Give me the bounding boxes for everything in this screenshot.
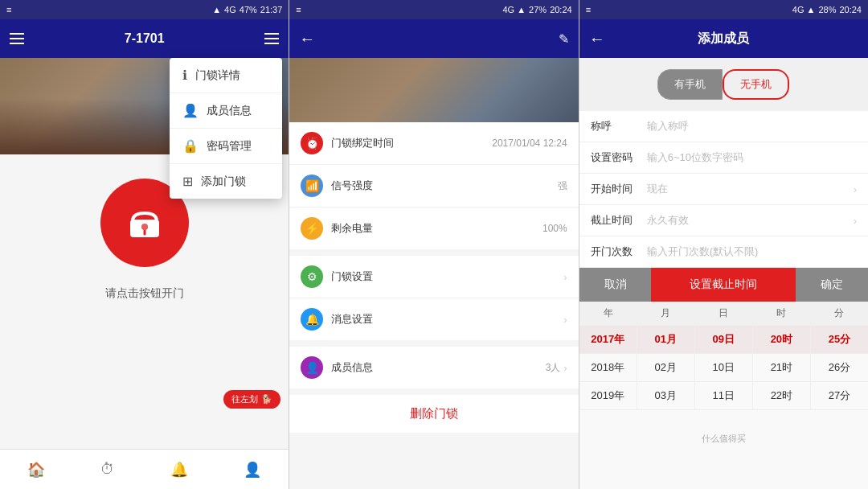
status-right-1: ▲ 4G 47% 21:37 xyxy=(212,5,282,14)
password-icon: 🔒 xyxy=(182,138,199,154)
picker-row-2[interactable]: 2019年 03月 11日 22时 27分 xyxy=(579,382,868,410)
info-row-signal: 📶 信号强度 强 xyxy=(289,165,578,208)
info-section-members: 👤 成员信息 3人 › xyxy=(289,347,578,388)
edit-icon-2[interactable]: ✎ xyxy=(559,31,569,47)
clock-icon: ⏱ xyxy=(100,461,115,478)
nav-home[interactable]: 🏠 xyxy=(27,461,45,479)
picker-cell-minute-2: 27分 xyxy=(811,382,868,409)
members-value: 3人 xyxy=(546,361,561,375)
status-left-1: ≡ xyxy=(6,5,11,14)
top-bar-2: ← ✎ xyxy=(289,19,578,58)
dropdown-item-password[interactable]: 🔒 密码管理 xyxy=(170,129,282,164)
info-row-message-settings[interactable]: 🔔 消息设置 › xyxy=(289,298,578,340)
menu-icon-3: ≡ xyxy=(586,5,591,14)
swipe-hint: 往左划 🐕 xyxy=(223,390,280,409)
nav-history[interactable]: ⏱ xyxy=(100,461,115,478)
toggle-no-phone[interactable]: 无手机 xyxy=(723,69,789,100)
toggle-with-phone[interactable]: 有手机 xyxy=(657,69,723,100)
back-arrow-3[interactable]: ← xyxy=(589,30,605,48)
picker-col-minute: 分 xyxy=(810,302,868,325)
dog-icon: 🐕 xyxy=(261,394,272,405)
form-value-door-count[interactable]: 输入开门次数(默认不限) xyxy=(647,244,857,259)
dropdown-label-member: 成员信息 xyxy=(207,104,252,118)
bind-time-label: 门锁绑定时间 xyxy=(331,136,492,150)
picker-col-day: 日 xyxy=(694,302,752,325)
picker-row-1[interactable]: 2018年 02月 10日 21时 26分 xyxy=(579,354,868,382)
time-1: 21:37 xyxy=(260,5,283,14)
info-list: ⏰ 门锁绑定时间 2017/01/04 12:24 📶 信号强度 强 ⚡ 剩余电… xyxy=(289,122,578,489)
message-settings-chevron: › xyxy=(563,314,567,326)
end-time-arrow: › xyxy=(854,215,857,227)
form-value-start-time: 现在 › xyxy=(647,182,857,196)
back-arrow-2[interactable]: ← xyxy=(299,30,315,48)
signal-value: 强 xyxy=(558,179,567,193)
lock-settings-icon: ⚙ xyxy=(301,265,323,288)
cloud-lock-icon xyxy=(121,199,169,247)
member-icon: 👤 xyxy=(182,103,199,118)
dropdown-item-add-lock[interactable]: ⊞ 添加门锁 xyxy=(170,164,282,199)
info-row-members[interactable]: 👤 成员信息 3人 › xyxy=(289,347,578,388)
picker-cell-day-2: 11日 xyxy=(695,382,753,409)
dropdown-menu: ℹ 门锁详情 👤 成员信息 🔒 密码管理 ⊞ 添加门锁 xyxy=(170,58,282,199)
room-title: 7-1701 xyxy=(125,31,165,46)
dropdown-item-member[interactable]: 👤 成员信息 xyxy=(170,93,282,129)
signal-icon-1: 4G xyxy=(224,5,236,14)
watermark: 什么值得买 xyxy=(702,433,746,445)
delete-section[interactable]: 删除门锁 xyxy=(289,395,578,433)
battery-value: 100% xyxy=(542,223,567,234)
nav-notification[interactable]: 🔔 xyxy=(170,461,188,479)
battery-1: 47% xyxy=(240,5,257,14)
battery-label: 剩余电量 xyxy=(331,221,542,236)
toggle-row: 有手机 无手机 xyxy=(657,69,789,100)
delete-lock-label: 删除门锁 xyxy=(410,406,458,420)
form-row-end-time[interactable]: 截止时间 永久有效 › xyxy=(579,205,868,236)
hero-image-2 xyxy=(289,58,578,122)
picker-cell-month-1: 02月 xyxy=(637,354,695,381)
form-value-password[interactable]: 输入6~10位数字密码 xyxy=(647,150,857,165)
picker-cell-month-2: 03月 xyxy=(637,382,695,409)
wifi-icon-1: ▲ xyxy=(212,5,221,14)
picker-section: 年 月 日 时 分 2017年 01月 09日 2 xyxy=(579,302,868,489)
picker-cell-year-0: 2017年 xyxy=(579,326,637,353)
home-icon: 🏠 xyxy=(27,461,45,479)
form-row-start-time[interactable]: 开始时间 现在 › xyxy=(579,174,868,205)
form-row-door-count: 开门次数 输入开门次数(默认不限) xyxy=(579,236,868,268)
picker-cell-minute-0: 25分 xyxy=(811,326,868,353)
panel-3-content: 有手机 无手机 称呼 输入称呼 设置密码 输入6~10位数字密码 开始时间 现在… xyxy=(579,58,868,489)
picker-cell-hour-2: 22时 xyxy=(753,382,811,409)
more-icon[interactable] xyxy=(264,33,279,44)
picker-row-0[interactable]: 2017年 01月 09日 20时 25分 xyxy=(579,326,868,354)
panel-add-member: ≡ 4G ▲ 28% 20:24 ← 添加成员 有手机 无手机 称呼 输入称呼 xyxy=(579,0,868,489)
bind-time-icon: ⏰ xyxy=(301,132,323,154)
panel-lock-info: ≡ 4G ▲ 27% 20:24 ← ✎ ⏰ 门锁绑定时间 2017/01/04… xyxy=(289,0,579,489)
panel-home: ≡ ▲ 4G 47% 21:37 7-1701 xyxy=(0,0,289,489)
info-section-settings: ⚙ 门锁设置 › 🔔 消息设置 › xyxy=(289,256,578,340)
bell-icon: 🔔 xyxy=(170,461,188,479)
bottom-nav-1: 🏠 ⏱ 🔔 👤 xyxy=(0,449,289,489)
hamburger-icon[interactable] xyxy=(10,33,24,44)
status-left-3: ≡ xyxy=(586,5,591,14)
form-row-password: 设置密码 输入6~10位数字密码 xyxy=(579,142,868,174)
cancel-button[interactable]: 取消 xyxy=(579,268,652,302)
set-end-time-button[interactable]: 设置截止时间 xyxy=(651,268,796,302)
dropdown-label-password: 密码管理 xyxy=(207,139,252,154)
status-bar-3: ≡ 4G ▲ 28% 20:24 xyxy=(579,0,868,19)
form-value-name[interactable]: 输入称呼 xyxy=(647,119,857,134)
members-icon: 👤 xyxy=(301,356,323,379)
members-chevron: › xyxy=(563,362,567,374)
picker-col-header-hour: 时 xyxy=(752,302,810,325)
info-row-lock-settings[interactable]: ⚙ 门锁设置 › xyxy=(289,256,578,298)
dropdown-label-detail: 门锁详情 xyxy=(195,68,240,83)
picker-cell-year-2: 2019年 xyxy=(579,382,637,409)
form-label-door-count: 开门次数 xyxy=(591,244,647,259)
form-section: 称呼 输入称呼 设置密码 输入6~10位数字密码 开始时间 现在 › 截止时间 xyxy=(579,111,868,268)
battery-icon-row: ⚡ xyxy=(301,217,323,240)
picker-col-header-year: 年 xyxy=(579,302,637,325)
status-right-3: 4G ▲ 28% 20:24 xyxy=(792,5,862,14)
picker-col-month: 月 xyxy=(637,302,695,325)
menu-icon-2: ≡ xyxy=(296,5,301,14)
picker-col-header-month: 月 xyxy=(637,302,695,325)
confirm-button[interactable]: 确定 xyxy=(796,268,868,302)
dropdown-item-detail[interactable]: ℹ 门锁详情 xyxy=(170,58,282,93)
nav-profile[interactable]: 👤 xyxy=(244,461,261,479)
